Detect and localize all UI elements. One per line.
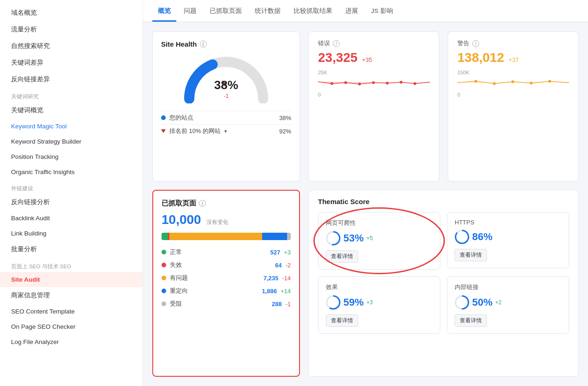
stat-delta: +14 [281, 288, 291, 295]
thematic-item-wrapper-1: HTTPS86%查看详情 [447, 212, 569, 270]
your-site-dot [161, 115, 166, 120]
svg-point-11 [493, 82, 496, 85]
errors-chart-svg [318, 77, 430, 103]
stat-value: 1,886 [262, 288, 277, 295]
top10-triangle-icon [161, 129, 166, 133]
sidebar-item-keyword-overview[interactable]: 关键词概览 [0, 102, 143, 119]
main-panel: 概览问题已抓取页面统计数据比较抓取结果进展JS 影响 Site Health i… [143, 0, 588, 386]
sidebar-item-on-page-seo-checker[interactable]: On Page SEO Checker [0, 319, 143, 334]
thematic-item-1: HTTPS86%查看详情 [447, 212, 569, 268]
svg-point-12 [511, 80, 514, 83]
circle-progress-svg [455, 229, 469, 244]
stat-dot [162, 276, 166, 280]
warnings-info-icon[interactable]: i [472, 40, 479, 47]
stat-dot [162, 289, 166, 293]
site-health-info-icon[interactable]: i [200, 41, 207, 48]
crawled-stat-row: 受阻288-1 [162, 297, 291, 310]
detail-btn-0[interactable]: 查看详情 [326, 250, 358, 263]
crawled-info-icon[interactable]: i [199, 200, 206, 207]
sidebar-item-domain-overview[interactable]: 域名概览 [0, 5, 143, 21]
crawled-stats: 正常527+3失效64-2有问题7,235-14重定向1,886+14受阻288… [162, 246, 291, 310]
bar-segment [162, 233, 168, 240]
bar-segment [287, 233, 291, 240]
circle-progress-svg [326, 231, 341, 246]
warnings-card: 警告 i 138,012 +37 150K [448, 31, 579, 181]
tab-stats[interactable]: 统计数据 [249, 0, 286, 22]
svg-point-7 [400, 81, 402, 84]
sidebar-item-site-audit[interactable]: Site Audit [0, 272, 143, 287]
errors-value-row: 23,325 +35 [318, 50, 430, 65]
sidebar-item-position-tracking[interactable]: Position Tracking [0, 149, 143, 164]
crawled-sub: 没有变化 [206, 219, 228, 225]
your-site-row: 您的站点 38% [161, 111, 291, 124]
svg-point-6 [386, 82, 389, 84]
bar-segment [169, 233, 263, 240]
bar-segment [262, 233, 287, 240]
crawled-stat-row: 正常527+3 [162, 246, 291, 259]
errors-delta: +35 [362, 56, 372, 63]
stat-value: 288 [272, 301, 282, 308]
warnings-delta: +37 [509, 56, 519, 63]
thematic-item-wrapper-0: 网页可爬性53%+5查看详情 [318, 212, 440, 270]
warnings-sparkline: 150K [457, 70, 569, 97]
sidebar-item-keyword-magic-tool[interactable]: Keyword Magic Tool [0, 119, 143, 134]
errors-value: 23,325 [318, 50, 358, 65]
sidebar-section-link-building-label: 外链建设 [0, 180, 143, 194]
warnings-label: 警告 i [457, 39, 569, 48]
svg-point-5 [372, 81, 375, 84]
stat-dot [162, 263, 166, 267]
sidebar-item-link-building[interactable]: Link Building [0, 226, 143, 241]
tab-progress[interactable]: 进展 [340, 0, 364, 22]
sidebar-item-seo-content-template[interactable]: SEO Content Template [0, 304, 143, 319]
errors-info-icon[interactable]: i [333, 40, 340, 47]
gauge-delta: -1 [224, 93, 229, 99]
stat-delta: -14 [282, 275, 291, 282]
stat-value: 64 [275, 262, 282, 269]
stat-value: 527 [270, 249, 280, 256]
sidebar-item-traffic-analysis[interactable]: 流量分析 [0, 21, 143, 38]
sidebar-item-backlink-gap[interactable]: 反向链接差异 [0, 71, 143, 88]
thematic-item-wrapper-3: 内部链接50%+2查看详情 [447, 276, 569, 334]
thematic-item-3: 内部链接50%+2查看详情 [447, 276, 569, 334]
crawled-stat-row: 重定向1,886+14 [162, 284, 291, 297]
stat-value: 7,235 [264, 275, 279, 282]
tab-compare-crawl[interactable]: 比较抓取结果 [288, 0, 338, 22]
sidebar-item-organic-traffic-insights[interactable]: Organic Traffic Insights [0, 164, 143, 180]
errors-card: 错误 i 23,325 +35 25K [308, 31, 439, 181]
sidebar-item-organic-research[interactable]: 自然搜索研究 [0, 38, 143, 54]
gauge-center: 38% -1 [214, 78, 238, 99]
crawled-stat-row: 失效64-2 [162, 259, 291, 271]
site-health-title: Site Health i [161, 40, 291, 48]
warnings-chart-svg [457, 77, 569, 103]
tab-overview[interactable]: 概览 [152, 0, 176, 22]
sidebar-item-backlink-audit[interactable]: Backlink Audit [0, 211, 143, 226]
gauge-percent: 38% [214, 78, 238, 92]
sidebar-item-backlink-analysis[interactable]: 反向链接分析 [0, 194, 143, 211]
crawled-number-row: 10,000 没有变化 [162, 212, 291, 227]
sidebar-item-bulk-analysis[interactable]: 批量分析 [0, 241, 143, 258]
sidebar-item-keyword-strategy-builder[interactable]: Keyword Strategy Builder [0, 134, 143, 149]
warnings-value-row: 138,012 +37 [457, 50, 569, 65]
thematic-item-2: 效果59%+3查看详情 [318, 276, 440, 334]
sidebar-item-log-file-analyzer[interactable]: Log File Analyzer [0, 334, 143, 350]
tab-js-impact[interactable]: JS 影响 [366, 0, 399, 22]
top10-dropdown-icon[interactable]: ▾ [224, 128, 227, 134]
detail-btn-1[interactable]: 查看详情 [455, 249, 487, 261]
tab-issues[interactable]: 问题 [178, 0, 202, 22]
detail-btn-2[interactable]: 查看详情 [326, 314, 358, 327]
sidebar: 域名概览流量分析自然搜索研究关键词差异反向链接差异关键词研究关键词概览Keywo… [0, 0, 143, 386]
errors-label: 错误 i [318, 39, 430, 48]
metrics-row: 错误 i 23,325 +35 25K [308, 31, 579, 181]
sidebar-item-keyword-gap[interactable]: 关键词差异 [0, 54, 143, 71]
crawled-pages-card: 已抓取页面 i 10,000 没有变化 正常527+3失效64-2有问题7,23… [152, 190, 300, 377]
thematic-score-title: Thematic Score [318, 198, 569, 205]
sidebar-item-business-info[interactable]: 商家信息管理 [0, 287, 143, 304]
top10-row: 排名前 10% 的网站 ▾ 92% [161, 124, 291, 138]
top10-value: 92% [279, 128, 291, 135]
circle-progress-svg [326, 295, 341, 310]
stat-delta: -2 [285, 262, 291, 269]
tab-crawled-pages[interactable]: 已抓取页面 [204, 0, 247, 22]
your-site-value: 38% [279, 115, 291, 121]
detail-btn-3[interactable]: 查看详情 [455, 314, 487, 327]
svg-point-8 [414, 82, 416, 85]
